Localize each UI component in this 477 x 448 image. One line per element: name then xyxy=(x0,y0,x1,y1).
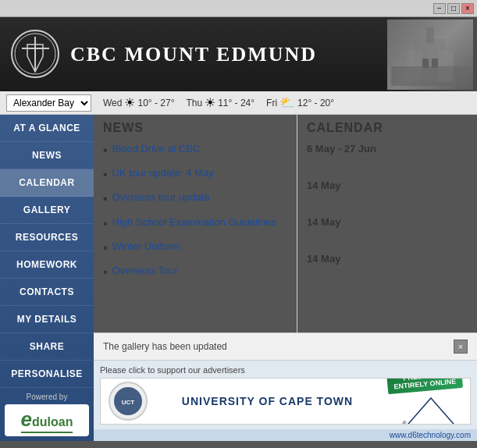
ad-support-label: Please click to support our advertisers xyxy=(100,365,471,375)
school-logo xyxy=(8,23,62,86)
news-item-6: • Overseas Tour xyxy=(103,265,287,279)
sidebar-item-resources[interactable]: Resources xyxy=(0,224,94,251)
svg-rect-5 xyxy=(426,27,434,43)
sidebar-item-news[interactable]: News xyxy=(0,142,94,169)
weather-bar: Alexander Bay Wed ☀ 10° - 27° Thu ☀ 11° … xyxy=(0,91,477,115)
news-item-1: • Blood Drive at CBC xyxy=(103,143,287,158)
calendar-event-4: 14 May IP Soccer & Netball vs Crawford xyxy=(307,253,468,277)
header-background-image xyxy=(383,17,477,91)
day-3-label: Fri xyxy=(266,98,277,108)
advertisement-bar: Please click to support our advertisers … xyxy=(94,360,477,429)
day-1-label: Wed xyxy=(103,98,122,108)
sidebar-item-at-a-glance[interactable]: At A Glance xyxy=(0,115,94,142)
event-3-desc: HS Netball vs Crawford (A) xyxy=(307,229,468,240)
svg-text:UCT: UCT xyxy=(122,399,135,406)
maximize-button[interactable]: □ xyxy=(447,3,460,14)
news-link-2[interactable]: UK tour update: 4 May xyxy=(112,167,214,179)
day-2-label: Thu xyxy=(186,98,202,108)
ad-content[interactable]: UCT University of Cape Town PRESENTED EN… xyxy=(100,378,471,425)
minimize-button[interactable]: − xyxy=(433,3,446,14)
event-4-date: 14 May xyxy=(307,253,468,265)
day-3-temp: 12° - 20° xyxy=(297,98,334,108)
quality-triangle: Quality Price xyxy=(400,394,462,425)
weather-day-3: Fri ⛅ 12° - 20° xyxy=(266,95,334,110)
news-item-5: • Winter Uniform xyxy=(103,240,287,255)
sidebar-item-calendar[interactable]: Calendar xyxy=(0,169,94,197)
sidebar-item-share[interactable]: Share xyxy=(0,333,94,361)
news-link-1[interactable]: Blood Drive at CBC xyxy=(112,143,201,155)
sidebar: At A Glance News Calendar Gallery Resour… xyxy=(0,115,94,441)
weather-day-2: Thu ☀ 11° - 24° xyxy=(186,95,255,110)
main-content: At A Glance News Calendar Gallery Resour… xyxy=(0,115,477,441)
news-link-4[interactable]: High School Examination Guidelines xyxy=(112,216,276,228)
header: CBC Mount Edmund xyxy=(0,17,477,91)
location-dropdown[interactable]: Alexander Bay xyxy=(6,94,91,112)
sidebar-item-contacts[interactable]: Contacts xyxy=(0,279,94,306)
news-link-6[interactable]: Overseas Tour xyxy=(112,265,178,276)
bullet-icon-2: • xyxy=(103,167,108,182)
notification-close-button[interactable]: × xyxy=(454,340,468,354)
powered-by-section: Powered by e duloan xyxy=(0,388,94,441)
ad-title: University of Cape Town xyxy=(182,395,353,407)
bullet-icon-3: • xyxy=(103,191,108,206)
event-1-date: 6 May - 27 Jun xyxy=(307,143,468,155)
news-column: News • Blood Drive at CBC • UK tour upda… xyxy=(94,115,297,332)
day-3-icon: ⛅ xyxy=(279,95,295,110)
news-link-5[interactable]: Winter Uniform xyxy=(112,240,180,252)
day-2-icon: ☀ xyxy=(205,95,215,110)
news-link-3[interactable]: Overseas tour update xyxy=(112,191,210,203)
sidebar-item-homework[interactable]: Homework xyxy=(0,251,94,279)
notification-bar: The gallery has been updated × xyxy=(94,332,477,360)
event-1-desc: 2nd Term 2014 xyxy=(307,156,468,167)
calendar-heading: Calendar xyxy=(307,121,468,135)
school-name: CBC Mount Edmund xyxy=(70,43,317,66)
event-2-desc: HS Boys Hockey vs Willows (H) xyxy=(307,193,468,204)
eduloan-e-letter: e xyxy=(21,407,32,432)
calendar-event-2: 14 May HS Boys Hockey vs Willows (H) xyxy=(307,180,468,204)
eduloan-logo[interactable]: e duloan xyxy=(5,404,89,436)
bullet-icon-5: • xyxy=(103,240,108,255)
event-2-date: 14 May xyxy=(307,180,468,191)
title-bar: − □ × xyxy=(0,0,477,17)
event-4-desc: IP Soccer & Netball vs Crawford xyxy=(307,266,468,277)
event-3-date: 14 May xyxy=(307,216,468,228)
close-button[interactable]: × xyxy=(461,3,474,14)
news-item-3: • Overseas tour update xyxy=(103,191,287,206)
eduloan-text: duloan xyxy=(32,415,73,429)
svg-text:Price: Price xyxy=(400,419,408,425)
bullet-icon-6: • xyxy=(103,265,108,279)
svg-rect-10 xyxy=(391,66,469,86)
calendar-event-3: 14 May HS Netball vs Crawford (A) xyxy=(307,216,468,240)
news-heading: News xyxy=(103,121,287,135)
notification-text: The gallery has been updated xyxy=(103,341,227,352)
footer-url: www.d6technology.com xyxy=(94,429,477,441)
location-selector[interactable]: Alexander Bay xyxy=(6,94,91,112)
weather-day-1: Wed ☀ 10° - 27° xyxy=(103,95,174,110)
eduloan-underline xyxy=(21,432,73,433)
news-item-2: • UK tour update: 4 May xyxy=(103,167,287,182)
day-2-temp: 11° - 24° xyxy=(218,98,255,108)
calendar-column: Calendar 6 May - 27 Jun 2nd Term 2014 14… xyxy=(297,115,477,332)
sidebar-item-gallery[interactable]: Gallery xyxy=(0,197,94,224)
uct-logo: UCT xyxy=(109,382,148,421)
content-area: News • Blood Drive at CBC • UK tour upda… xyxy=(94,115,477,441)
sidebar-item-my-details[interactable]: My Details xyxy=(0,306,94,333)
bullet-icon-4: • xyxy=(103,216,108,231)
ad-badge: PRESENTED ENTIRELY ONLINE xyxy=(386,378,463,394)
bullet-icon-1: • xyxy=(103,143,108,158)
svg-marker-13 xyxy=(404,398,458,425)
news-item-4: • High School Examination Guidelines xyxy=(103,216,287,231)
day-1-temp: 10° - 27° xyxy=(137,98,174,108)
day-1-icon: ☀ xyxy=(124,95,135,110)
content-columns: News • Blood Drive at CBC • UK tour upda… xyxy=(94,115,477,332)
powered-by-label: Powered by xyxy=(5,393,89,401)
calendar-event-1: 6 May - 27 Jun 2nd Term 2014 xyxy=(307,143,468,167)
sidebar-item-personalise[interactable]: Personalise xyxy=(0,361,94,388)
